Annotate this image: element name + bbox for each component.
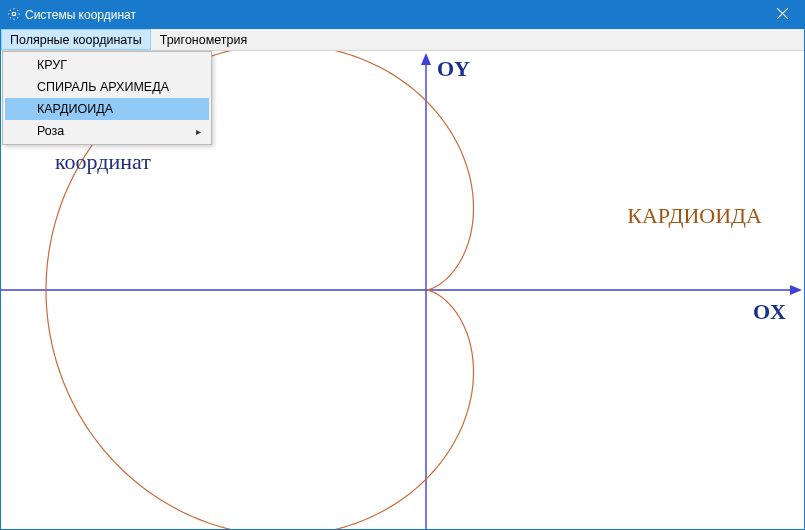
dropdown-item-archimedes-spiral[interactable]: СПИРАЛЬ АРХИМЕДА: [5, 76, 209, 98]
dropdown-item-circle[interactable]: КРУГ: [5, 54, 209, 76]
close-button[interactable]: [760, 1, 804, 29]
curve-name-label: КАРДИОИДА: [627, 203, 762, 229]
svg-marker-6: [421, 53, 431, 65]
dropdown-item-cardioid[interactable]: КАРДИОИДА: [5, 98, 209, 120]
menubar: Полярные координаты Тригонометрия: [1, 29, 804, 51]
app-window: Системы координат Полярные координаты Тр…: [0, 0, 805, 530]
x-axis-label: OX: [753, 299, 786, 325]
titlebar: Системы координат: [1, 1, 804, 29]
dropdown-item-label: КРУГ: [37, 58, 67, 72]
dropdown-item-rose[interactable]: Роза: [5, 120, 209, 142]
window-title: Системы координат: [25, 8, 760, 22]
menu-polar-coords[interactable]: Полярные координаты: [1, 29, 151, 50]
menu-label: Тригонометрия: [160, 33, 248, 47]
dropdown-item-label: СПИРАЛЬ АРХИМЕДА: [37, 80, 169, 94]
dropdown-polar: КРУГ СПИРАЛЬ АРХИМЕДА КАРДИОИДА Роза: [2, 51, 212, 145]
dropdown-item-label: Роза: [37, 124, 64, 138]
svg-point-0: [12, 12, 16, 16]
svg-marker-4: [790, 285, 802, 295]
gear-icon: [7, 7, 21, 24]
dropdown-item-label: КАРДИОИДА: [37, 102, 113, 116]
menu-label: Полярные координаты: [10, 33, 142, 47]
menu-trigonometry[interactable]: Тригонометрия: [151, 29, 257, 50]
close-icon: [777, 8, 788, 22]
y-axis-label: OY: [437, 56, 470, 82]
corner-label: координат: [55, 149, 151, 175]
